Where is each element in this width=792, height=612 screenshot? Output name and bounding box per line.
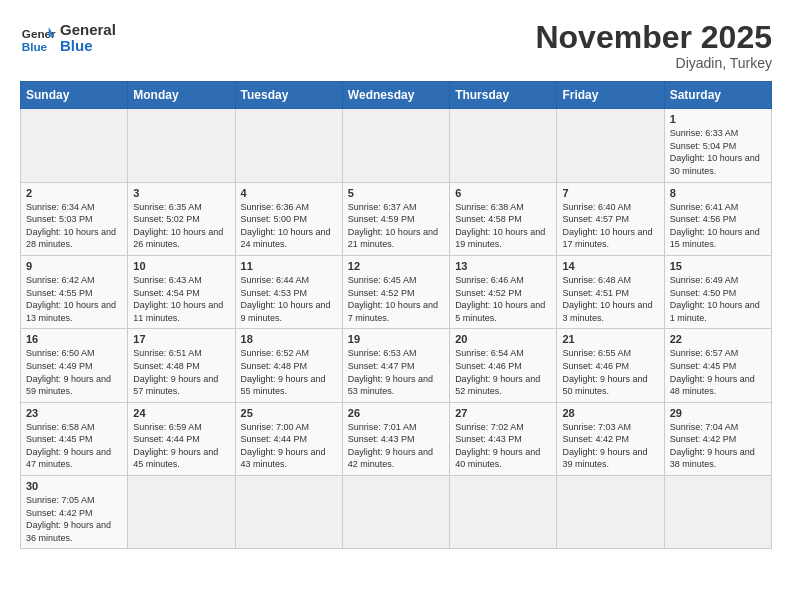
day-number: 14 — [562, 260, 658, 272]
day-number: 19 — [348, 333, 444, 345]
calendar-cell — [235, 109, 342, 182]
day-info: Sunrise: 6:43 AM Sunset: 4:54 PM Dayligh… — [133, 274, 229, 324]
calendar-cell — [557, 476, 664, 549]
page-header: General Blue General Blue November 2025 … — [20, 20, 772, 71]
day-info: Sunrise: 6:36 AM Sunset: 5:00 PM Dayligh… — [241, 201, 337, 251]
day-info: Sunrise: 7:02 AM Sunset: 4:43 PM Dayligh… — [455, 421, 551, 471]
day-header-monday: Monday — [128, 82, 235, 109]
day-info: Sunrise: 6:33 AM Sunset: 5:04 PM Dayligh… — [670, 127, 766, 177]
calendar-cell — [450, 476, 557, 549]
day-number: 21 — [562, 333, 658, 345]
day-info: Sunrise: 6:34 AM Sunset: 5:03 PM Dayligh… — [26, 201, 122, 251]
calendar-cell: 23Sunrise: 6:58 AM Sunset: 4:45 PM Dayli… — [21, 402, 128, 475]
calendar-cell: 13Sunrise: 6:46 AM Sunset: 4:52 PM Dayli… — [450, 255, 557, 328]
day-number: 18 — [241, 333, 337, 345]
calendar-cell — [21, 109, 128, 182]
logo-blue-text: Blue — [60, 38, 116, 55]
day-number: 30 — [26, 480, 122, 492]
day-number: 10 — [133, 260, 229, 272]
day-header-saturday: Saturday — [664, 82, 771, 109]
day-number: 25 — [241, 407, 337, 419]
day-number: 8 — [670, 187, 766, 199]
calendar-cell: 16Sunrise: 6:50 AM Sunset: 4:49 PM Dayli… — [21, 329, 128, 402]
day-number: 17 — [133, 333, 229, 345]
calendar-cell: 11Sunrise: 6:44 AM Sunset: 4:53 PM Dayli… — [235, 255, 342, 328]
calendar-cell: 9Sunrise: 6:42 AM Sunset: 4:55 PM Daylig… — [21, 255, 128, 328]
week-row-1: 2Sunrise: 6:34 AM Sunset: 5:03 PM Daylig… — [21, 182, 772, 255]
day-info: Sunrise: 6:57 AM Sunset: 4:45 PM Dayligh… — [670, 347, 766, 397]
calendar-cell: 5Sunrise: 6:37 AM Sunset: 4:59 PM Daylig… — [342, 182, 449, 255]
logo-icon: General Blue — [20, 20, 56, 56]
calendar-cell — [128, 109, 235, 182]
day-info: Sunrise: 6:37 AM Sunset: 4:59 PM Dayligh… — [348, 201, 444, 251]
day-number: 29 — [670, 407, 766, 419]
day-info: Sunrise: 6:45 AM Sunset: 4:52 PM Dayligh… — [348, 274, 444, 324]
calendar-cell: 6Sunrise: 6:38 AM Sunset: 4:58 PM Daylig… — [450, 182, 557, 255]
calendar-cell: 1Sunrise: 6:33 AM Sunset: 5:04 PM Daylig… — [664, 109, 771, 182]
day-number: 13 — [455, 260, 551, 272]
day-header-friday: Friday — [557, 82, 664, 109]
calendar-cell — [450, 109, 557, 182]
calendar-cell: 18Sunrise: 6:52 AM Sunset: 4:48 PM Dayli… — [235, 329, 342, 402]
calendar-cell: 12Sunrise: 6:45 AM Sunset: 4:52 PM Dayli… — [342, 255, 449, 328]
day-info: Sunrise: 6:42 AM Sunset: 4:55 PM Dayligh… — [26, 274, 122, 324]
day-header-sunday: Sunday — [21, 82, 128, 109]
day-info: Sunrise: 6:52 AM Sunset: 4:48 PM Dayligh… — [241, 347, 337, 397]
day-info: Sunrise: 6:55 AM Sunset: 4:46 PM Dayligh… — [562, 347, 658, 397]
calendar-cell: 24Sunrise: 6:59 AM Sunset: 4:44 PM Dayli… — [128, 402, 235, 475]
calendar-cell: 8Sunrise: 6:41 AM Sunset: 4:56 PM Daylig… — [664, 182, 771, 255]
week-row-4: 23Sunrise: 6:58 AM Sunset: 4:45 PM Dayli… — [21, 402, 772, 475]
calendar-table: SundayMondayTuesdayWednesdayThursdayFrid… — [20, 81, 772, 549]
day-number: 24 — [133, 407, 229, 419]
day-info: Sunrise: 6:46 AM Sunset: 4:52 PM Dayligh… — [455, 274, 551, 324]
day-number: 15 — [670, 260, 766, 272]
calendar-cell: 4Sunrise: 6:36 AM Sunset: 5:00 PM Daylig… — [235, 182, 342, 255]
calendar-cell: 2Sunrise: 6:34 AM Sunset: 5:03 PM Daylig… — [21, 182, 128, 255]
day-info: Sunrise: 6:59 AM Sunset: 4:44 PM Dayligh… — [133, 421, 229, 471]
day-number: 27 — [455, 407, 551, 419]
calendar-subtitle: Diyadin, Turkey — [535, 55, 772, 71]
day-number: 11 — [241, 260, 337, 272]
day-info: Sunrise: 7:03 AM Sunset: 4:42 PM Dayligh… — [562, 421, 658, 471]
calendar-cell: 17Sunrise: 6:51 AM Sunset: 4:48 PM Dayli… — [128, 329, 235, 402]
day-number: 7 — [562, 187, 658, 199]
calendar-cell: 7Sunrise: 6:40 AM Sunset: 4:57 PM Daylig… — [557, 182, 664, 255]
day-number: 9 — [26, 260, 122, 272]
day-info: Sunrise: 6:54 AM Sunset: 4:46 PM Dayligh… — [455, 347, 551, 397]
day-number: 5 — [348, 187, 444, 199]
day-number: 20 — [455, 333, 551, 345]
calendar-cell — [235, 476, 342, 549]
logo: General Blue General Blue — [20, 20, 116, 56]
calendar-cell: 22Sunrise: 6:57 AM Sunset: 4:45 PM Dayli… — [664, 329, 771, 402]
calendar-cell: 14Sunrise: 6:48 AM Sunset: 4:51 PM Dayli… — [557, 255, 664, 328]
day-number: 23 — [26, 407, 122, 419]
day-info: Sunrise: 7:00 AM Sunset: 4:44 PM Dayligh… — [241, 421, 337, 471]
day-info: Sunrise: 6:49 AM Sunset: 4:50 PM Dayligh… — [670, 274, 766, 324]
calendar-cell: 28Sunrise: 7:03 AM Sunset: 4:42 PM Dayli… — [557, 402, 664, 475]
calendar-cell: 19Sunrise: 6:53 AM Sunset: 4:47 PM Dayli… — [342, 329, 449, 402]
svg-text:Blue: Blue — [22, 40, 48, 53]
calendar-cell: 3Sunrise: 6:35 AM Sunset: 5:02 PM Daylig… — [128, 182, 235, 255]
calendar-cell: 27Sunrise: 7:02 AM Sunset: 4:43 PM Dayli… — [450, 402, 557, 475]
day-number: 3 — [133, 187, 229, 199]
week-row-3: 16Sunrise: 6:50 AM Sunset: 4:49 PM Dayli… — [21, 329, 772, 402]
week-row-0: 1Sunrise: 6:33 AM Sunset: 5:04 PM Daylig… — [21, 109, 772, 182]
day-number: 4 — [241, 187, 337, 199]
calendar-cell: 15Sunrise: 6:49 AM Sunset: 4:50 PM Dayli… — [664, 255, 771, 328]
calendar-cell — [557, 109, 664, 182]
calendar-cell: 30Sunrise: 7:05 AM Sunset: 4:42 PM Dayli… — [21, 476, 128, 549]
day-header-tuesday: Tuesday — [235, 82, 342, 109]
day-header-wednesday: Wednesday — [342, 82, 449, 109]
day-number: 2 — [26, 187, 122, 199]
day-number: 22 — [670, 333, 766, 345]
day-info: Sunrise: 6:51 AM Sunset: 4:48 PM Dayligh… — [133, 347, 229, 397]
day-info: Sunrise: 6:58 AM Sunset: 4:45 PM Dayligh… — [26, 421, 122, 471]
week-row-5: 30Sunrise: 7:05 AM Sunset: 4:42 PM Dayli… — [21, 476, 772, 549]
day-info: Sunrise: 6:38 AM Sunset: 4:58 PM Dayligh… — [455, 201, 551, 251]
day-header-thursday: Thursday — [450, 82, 557, 109]
day-number: 6 — [455, 187, 551, 199]
day-number: 28 — [562, 407, 658, 419]
calendar-title: November 2025 — [535, 20, 772, 55]
calendar-cell — [342, 109, 449, 182]
day-info: Sunrise: 6:48 AM Sunset: 4:51 PM Dayligh… — [562, 274, 658, 324]
